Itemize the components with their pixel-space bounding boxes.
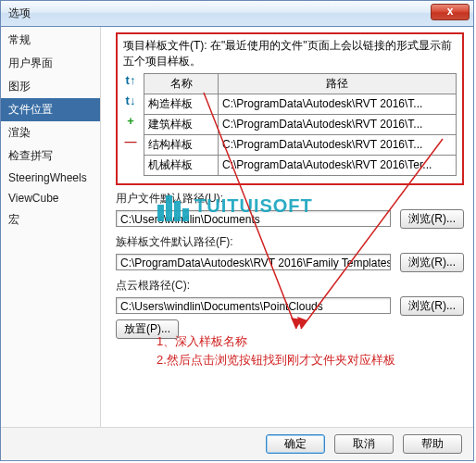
sidebar-item-file-locations[interactable]: 文件位置 — [1, 98, 100, 121]
template-editor: t↑ t↓ + — 名称 路径 — [123, 73, 457, 176]
options-dialog: 选项 x 常规 用户界面 图形 文件位置 渲染 检查拼写 SteeringWhe… — [0, 0, 474, 461]
table-row[interactable]: 构造样板 C:\ProgramData\Autodesk\RVT 2016\T.… — [144, 94, 457, 114]
titlebar: 选项 x — [1, 1, 473, 27]
cell-name[interactable]: 机械样板 — [144, 155, 219, 175]
cell-name[interactable]: 建筑样板 — [144, 114, 219, 134]
annotation-line-1: 1、深入样板名称 — [157, 332, 395, 351]
remove-button[interactable]: — — [123, 134, 138, 149]
template-section: 项目样板文件(T): 在"最近使用的文件"页面上会以链接的形式显示前五个项目样板… — [116, 32, 464, 185]
family-path-block: 族样板文件默认路径(F): C:\ProgramData\Autodesk\RV… — [116, 234, 464, 272]
dialog-body: 常规 用户界面 图形 文件位置 渲染 检查拼写 SteeringWheels V… — [1, 27, 473, 427]
move-down-button[interactable]: t↓ — [123, 94, 138, 108]
dialog-footer: 确定 取消 帮助 — [1, 427, 473, 460]
sidebar-item-ui[interactable]: 用户界面 — [1, 52, 100, 75]
browse-button[interactable]: 浏览(R)... — [400, 296, 464, 316]
browse-button[interactable]: 浏览(R)... — [400, 253, 464, 272]
ok-button[interactable]: 确定 — [266, 434, 325, 454]
add-button[interactable]: + — [123, 114, 138, 129]
table-row[interactable]: 机械样板 C:\ProgramData\Autodesk\RVT 2016\Te… — [144, 155, 457, 175]
sidebar-item-steeringwheels[interactable]: SteeringWheels — [1, 168, 100, 188]
pointcloud-path-label: 点云根路径(C): — [116, 278, 464, 294]
user-default-path-block: 用户文件默认路径(U): C:\Users\windlin\Documents … — [116, 191, 464, 229]
sidebar-item-spellcheck[interactable]: 检查拼写 — [1, 144, 100, 168]
col-header-name[interactable]: 名称 — [144, 73, 219, 94]
template-table[interactable]: 名称 路径 构造样板 C:\ProgramData\Autodesk\RVT 2… — [144, 73, 457, 176]
col-header-path[interactable]: 路径 — [219, 73, 457, 94]
template-description: 项目样板文件(T): 在"最近使用的文件"页面上会以链接的形式显示前五个项目样板… — [123, 38, 457, 69]
family-path-label: 族样板文件默认路径(F): — [116, 234, 464, 250]
user-default-path-label: 用户文件默认路径(U): — [116, 191, 464, 206]
table-row[interactable]: 建筑样板 C:\ProgramData\Autodesk\RVT 2016\T.… — [144, 114, 457, 134]
close-button[interactable]: x — [431, 4, 470, 20]
sidebar: 常规 用户界面 图形 文件位置 渲染 检查拼写 SteeringWheels V… — [1, 27, 101, 427]
main-panel: 项目样板文件(T): 在"最近使用的文件"页面上会以链接的形式显示前五个项目样板… — [101, 27, 473, 427]
cell-path[interactable]: C:\ProgramData\Autodesk\RVT 2016\Ter... — [219, 155, 457, 175]
cell-path[interactable]: C:\ProgramData\Autodesk\RVT 2016\T... — [219, 94, 457, 114]
window-title: 选项 — [8, 6, 31, 21]
family-path-field[interactable]: C:\ProgramData\Autodesk\RVT 2016\Family … — [116, 254, 391, 270]
sidebar-item-viewcube[interactable]: ViewCube — [1, 188, 100, 208]
sidebar-item-macros[interactable]: 宏 — [1, 208, 100, 232]
user-default-path-field[interactable]: C:\Users\windlin\Documents — [116, 210, 391, 227]
move-up-button[interactable]: t↑ — [123, 73, 138, 88]
template-tool-column: t↑ t↓ + — — [123, 73, 138, 149]
cell-path[interactable]: C:\ProgramData\Autodesk\RVT 2016\T... — [219, 114, 457, 134]
cell-name[interactable]: 结构样板 — [144, 134, 219, 155]
sidebar-item-render[interactable]: 渲染 — [1, 121, 100, 144]
cell-path[interactable]: C:\ProgramData\Autodesk\RVT 2016\T... — [219, 134, 457, 155]
cell-name[interactable]: 构造样板 — [144, 94, 219, 114]
annotation-text: 1、深入样板名称 2.然后点击浏览按钮找到刚才文件夹对应样板 — [157, 332, 395, 369]
help-button[interactable]: 帮助 — [403, 434, 462, 454]
table-row[interactable]: 结构样板 C:\ProgramData\Autodesk\RVT 2016\T.… — [144, 134, 457, 155]
annotation-line-2: 2.然后点击浏览按钮找到刚才文件夹对应样板 — [157, 351, 395, 369]
sidebar-item-graphics[interactable]: 图形 — [1, 75, 100, 98]
browse-button[interactable]: 浏览(R)... — [400, 209, 464, 229]
pointcloud-path-block: 点云根路径(C): C:\Users\windlin\Documents\Poi… — [116, 278, 464, 316]
cancel-button[interactable]: 取消 — [334, 434, 394, 454]
pointcloud-path-field[interactable]: C:\Users\windlin\Documents\PointClouds — [116, 297, 391, 314]
sidebar-item-general[interactable]: 常规 — [1, 29, 100, 52]
